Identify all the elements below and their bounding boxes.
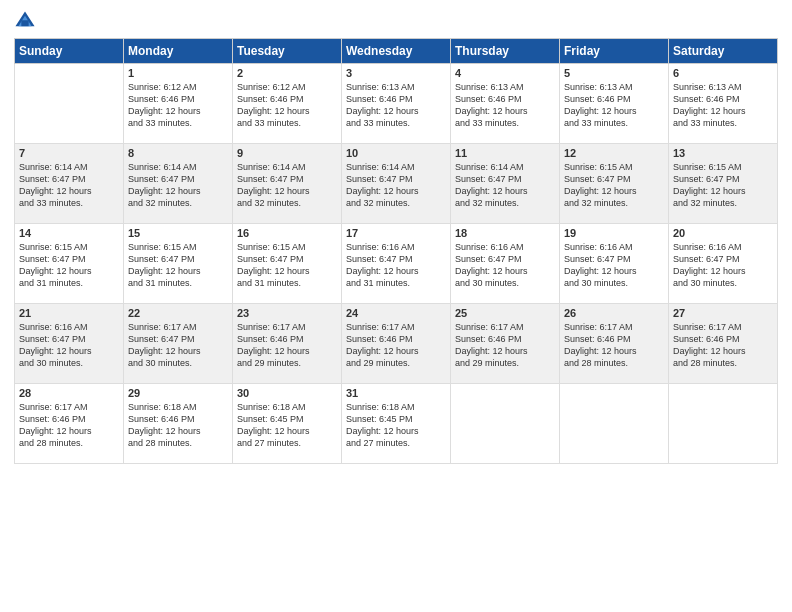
calendar-cell: 1Sunrise: 6:12 AM Sunset: 6:46 PM Daylig… bbox=[124, 64, 233, 144]
day-number: 7 bbox=[19, 147, 119, 159]
svg-rect-2 bbox=[21, 20, 28, 26]
header bbox=[14, 10, 778, 32]
header-row: SundayMondayTuesdayWednesdayThursdayFrid… bbox=[15, 39, 778, 64]
calendar-table: SundayMondayTuesdayWednesdayThursdayFrid… bbox=[14, 38, 778, 464]
calendar-row: 14Sunrise: 6:15 AM Sunset: 6:47 PM Dayli… bbox=[15, 224, 778, 304]
calendar-cell: 3Sunrise: 6:13 AM Sunset: 6:46 PM Daylig… bbox=[342, 64, 451, 144]
day-number: 15 bbox=[128, 227, 228, 239]
day-info: Sunrise: 6:16 AM Sunset: 6:47 PM Dayligh… bbox=[564, 241, 664, 290]
day-number: 16 bbox=[237, 227, 337, 239]
calendar-cell: 10Sunrise: 6:14 AM Sunset: 6:47 PM Dayli… bbox=[342, 144, 451, 224]
calendar-cell bbox=[560, 384, 669, 464]
calendar-cell: 26Sunrise: 6:17 AM Sunset: 6:46 PM Dayli… bbox=[560, 304, 669, 384]
day-number: 13 bbox=[673, 147, 773, 159]
day-number: 26 bbox=[564, 307, 664, 319]
calendar-cell: 14Sunrise: 6:15 AM Sunset: 6:47 PM Dayli… bbox=[15, 224, 124, 304]
day-info: Sunrise: 6:18 AM Sunset: 6:46 PM Dayligh… bbox=[128, 401, 228, 450]
calendar-cell: 25Sunrise: 6:17 AM Sunset: 6:46 PM Dayli… bbox=[451, 304, 560, 384]
day-info: Sunrise: 6:17 AM Sunset: 6:46 PM Dayligh… bbox=[19, 401, 119, 450]
calendar-cell: 15Sunrise: 6:15 AM Sunset: 6:47 PM Dayli… bbox=[124, 224, 233, 304]
header-day: Saturday bbox=[669, 39, 778, 64]
day-number: 31 bbox=[346, 387, 446, 399]
calendar-cell: 18Sunrise: 6:16 AM Sunset: 6:47 PM Dayli… bbox=[451, 224, 560, 304]
day-info: Sunrise: 6:17 AM Sunset: 6:46 PM Dayligh… bbox=[455, 321, 555, 370]
day-number: 3 bbox=[346, 67, 446, 79]
day-info: Sunrise: 6:18 AM Sunset: 6:45 PM Dayligh… bbox=[237, 401, 337, 450]
day-info: Sunrise: 6:16 AM Sunset: 6:47 PM Dayligh… bbox=[19, 321, 119, 370]
day-info: Sunrise: 6:14 AM Sunset: 6:47 PM Dayligh… bbox=[455, 161, 555, 210]
header-day: Tuesday bbox=[233, 39, 342, 64]
day-number: 9 bbox=[237, 147, 337, 159]
day-info: Sunrise: 6:14 AM Sunset: 6:47 PM Dayligh… bbox=[346, 161, 446, 210]
day-number: 27 bbox=[673, 307, 773, 319]
calendar-cell: 9Sunrise: 6:14 AM Sunset: 6:47 PM Daylig… bbox=[233, 144, 342, 224]
calendar-cell: 19Sunrise: 6:16 AM Sunset: 6:47 PM Dayli… bbox=[560, 224, 669, 304]
logo-icon bbox=[14, 10, 36, 32]
calendar-cell: 6Sunrise: 6:13 AM Sunset: 6:46 PM Daylig… bbox=[669, 64, 778, 144]
calendar-row: 28Sunrise: 6:17 AM Sunset: 6:46 PM Dayli… bbox=[15, 384, 778, 464]
calendar-cell: 27Sunrise: 6:17 AM Sunset: 6:46 PM Dayli… bbox=[669, 304, 778, 384]
calendar-cell: 20Sunrise: 6:16 AM Sunset: 6:47 PM Dayli… bbox=[669, 224, 778, 304]
calendar-row: 7Sunrise: 6:14 AM Sunset: 6:47 PM Daylig… bbox=[15, 144, 778, 224]
calendar-cell bbox=[451, 384, 560, 464]
day-info: Sunrise: 6:15 AM Sunset: 6:47 PM Dayligh… bbox=[673, 161, 773, 210]
page: SundayMondayTuesdayWednesdayThursdayFrid… bbox=[0, 0, 792, 612]
day-info: Sunrise: 6:14 AM Sunset: 6:47 PM Dayligh… bbox=[19, 161, 119, 210]
day-number: 5 bbox=[564, 67, 664, 79]
day-info: Sunrise: 6:18 AM Sunset: 6:45 PM Dayligh… bbox=[346, 401, 446, 450]
day-info: Sunrise: 6:12 AM Sunset: 6:46 PM Dayligh… bbox=[128, 81, 228, 130]
day-number: 18 bbox=[455, 227, 555, 239]
day-number: 10 bbox=[346, 147, 446, 159]
day-info: Sunrise: 6:15 AM Sunset: 6:47 PM Dayligh… bbox=[564, 161, 664, 210]
day-number: 8 bbox=[128, 147, 228, 159]
header-day: Friday bbox=[560, 39, 669, 64]
day-number: 22 bbox=[128, 307, 228, 319]
day-info: Sunrise: 6:13 AM Sunset: 6:46 PM Dayligh… bbox=[455, 81, 555, 130]
calendar-cell: 21Sunrise: 6:16 AM Sunset: 6:47 PM Dayli… bbox=[15, 304, 124, 384]
day-info: Sunrise: 6:16 AM Sunset: 6:47 PM Dayligh… bbox=[673, 241, 773, 290]
calendar-cell: 5Sunrise: 6:13 AM Sunset: 6:46 PM Daylig… bbox=[560, 64, 669, 144]
calendar-cell bbox=[669, 384, 778, 464]
day-number: 19 bbox=[564, 227, 664, 239]
header-day: Thursday bbox=[451, 39, 560, 64]
calendar-cell: 13Sunrise: 6:15 AM Sunset: 6:47 PM Dayli… bbox=[669, 144, 778, 224]
day-info: Sunrise: 6:12 AM Sunset: 6:46 PM Dayligh… bbox=[237, 81, 337, 130]
calendar-row: 1Sunrise: 6:12 AM Sunset: 6:46 PM Daylig… bbox=[15, 64, 778, 144]
day-number: 14 bbox=[19, 227, 119, 239]
header-day: Wednesday bbox=[342, 39, 451, 64]
day-number: 11 bbox=[455, 147, 555, 159]
day-number: 17 bbox=[346, 227, 446, 239]
day-number: 28 bbox=[19, 387, 119, 399]
day-number: 21 bbox=[19, 307, 119, 319]
calendar-cell: 16Sunrise: 6:15 AM Sunset: 6:47 PM Dayli… bbox=[233, 224, 342, 304]
day-info: Sunrise: 6:13 AM Sunset: 6:46 PM Dayligh… bbox=[673, 81, 773, 130]
day-number: 30 bbox=[237, 387, 337, 399]
calendar-cell: 28Sunrise: 6:17 AM Sunset: 6:46 PM Dayli… bbox=[15, 384, 124, 464]
day-info: Sunrise: 6:15 AM Sunset: 6:47 PM Dayligh… bbox=[19, 241, 119, 290]
calendar-cell: 4Sunrise: 6:13 AM Sunset: 6:46 PM Daylig… bbox=[451, 64, 560, 144]
day-info: Sunrise: 6:17 AM Sunset: 6:46 PM Dayligh… bbox=[237, 321, 337, 370]
calendar-cell: 12Sunrise: 6:15 AM Sunset: 6:47 PM Dayli… bbox=[560, 144, 669, 224]
day-info: Sunrise: 6:17 AM Sunset: 6:47 PM Dayligh… bbox=[128, 321, 228, 370]
calendar-row: 21Sunrise: 6:16 AM Sunset: 6:47 PM Dayli… bbox=[15, 304, 778, 384]
day-info: Sunrise: 6:17 AM Sunset: 6:46 PM Dayligh… bbox=[673, 321, 773, 370]
day-info: Sunrise: 6:14 AM Sunset: 6:47 PM Dayligh… bbox=[128, 161, 228, 210]
calendar-cell: 22Sunrise: 6:17 AM Sunset: 6:47 PM Dayli… bbox=[124, 304, 233, 384]
header-day: Sunday bbox=[15, 39, 124, 64]
calendar-cell bbox=[15, 64, 124, 144]
day-info: Sunrise: 6:14 AM Sunset: 6:47 PM Dayligh… bbox=[237, 161, 337, 210]
day-number: 12 bbox=[564, 147, 664, 159]
header-day: Monday bbox=[124, 39, 233, 64]
day-info: Sunrise: 6:16 AM Sunset: 6:47 PM Dayligh… bbox=[346, 241, 446, 290]
day-info: Sunrise: 6:16 AM Sunset: 6:47 PM Dayligh… bbox=[455, 241, 555, 290]
day-info: Sunrise: 6:17 AM Sunset: 6:46 PM Dayligh… bbox=[346, 321, 446, 370]
day-info: Sunrise: 6:15 AM Sunset: 6:47 PM Dayligh… bbox=[128, 241, 228, 290]
day-number: 4 bbox=[455, 67, 555, 79]
calendar-cell: 17Sunrise: 6:16 AM Sunset: 6:47 PM Dayli… bbox=[342, 224, 451, 304]
calendar-cell: 11Sunrise: 6:14 AM Sunset: 6:47 PM Dayli… bbox=[451, 144, 560, 224]
day-number: 23 bbox=[237, 307, 337, 319]
calendar-cell: 30Sunrise: 6:18 AM Sunset: 6:45 PM Dayli… bbox=[233, 384, 342, 464]
calendar-cell: 29Sunrise: 6:18 AM Sunset: 6:46 PM Dayli… bbox=[124, 384, 233, 464]
calendar-cell: 31Sunrise: 6:18 AM Sunset: 6:45 PM Dayli… bbox=[342, 384, 451, 464]
day-number: 29 bbox=[128, 387, 228, 399]
